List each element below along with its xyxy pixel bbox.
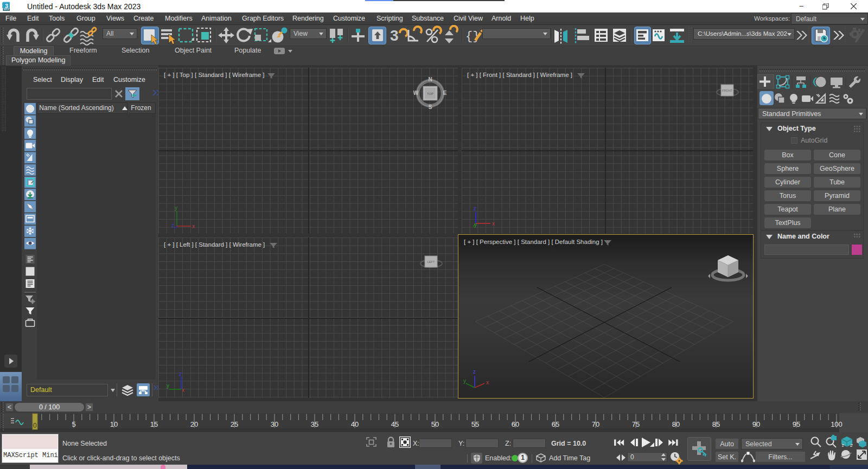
svg-text:5: 5 — [72, 420, 75, 428]
svg-text:20: 20 — [190, 420, 198, 428]
svg-text:y: y — [474, 222, 477, 228]
svg-text:10: 10 — [110, 420, 118, 428]
svg-text:95: 95 — [793, 420, 800, 428]
svg-text:100: 100 — [831, 420, 843, 428]
svg-text:W: W — [413, 90, 419, 96]
svg-text:E: E — [443, 90, 447, 96]
svg-text:MAX: MAX — [4, 8, 9, 11]
svg-text:30: 30 — [271, 420, 278, 428]
svg-text:TOP: TOP — [427, 92, 433, 95]
svg-text:70: 70 — [592, 420, 599, 428]
svg-text:x: x — [192, 223, 195, 229]
svg-text:25: 25 — [231, 420, 238, 428]
svg-text:y: y — [175, 205, 177, 211]
svg-text:z: z — [473, 369, 476, 375]
svg-text:85: 85 — [712, 420, 720, 428]
svg-text:60: 60 — [512, 420, 519, 428]
svg-text:0: 0 — [33, 422, 37, 429]
svg-text:N: N — [428, 76, 432, 82]
svg-text:x: x — [182, 387, 184, 393]
svg-text:x: x — [486, 380, 489, 386]
svg-text:FRONT: FRONT — [722, 89, 733, 92]
svg-text:90: 90 — [752, 420, 760, 428]
svg-text:S: S — [429, 104, 432, 110]
svg-text:z: z — [474, 205, 476, 211]
svg-text:LEFT: LEFT — [427, 260, 435, 264]
svg-text:55: 55 — [471, 420, 479, 428]
svg-text:35: 35 — [311, 420, 318, 428]
svg-text:75: 75 — [632, 420, 640, 428]
svg-text:65: 65 — [552, 420, 559, 428]
svg-text:z: z — [179, 371, 182, 377]
svg-text:40: 40 — [351, 420, 359, 428]
svg-text:50: 50 — [431, 420, 439, 428]
svg-text:x: x — [492, 221, 495, 227]
svg-text:80: 80 — [672, 420, 680, 428]
svg-text:z: z — [171, 222, 174, 228]
svg-text:y: y — [167, 383, 169, 389]
svg-text:45: 45 — [391, 420, 399, 428]
svg-text:15: 15 — [150, 420, 158, 428]
svg-text:y: y — [463, 378, 466, 384]
